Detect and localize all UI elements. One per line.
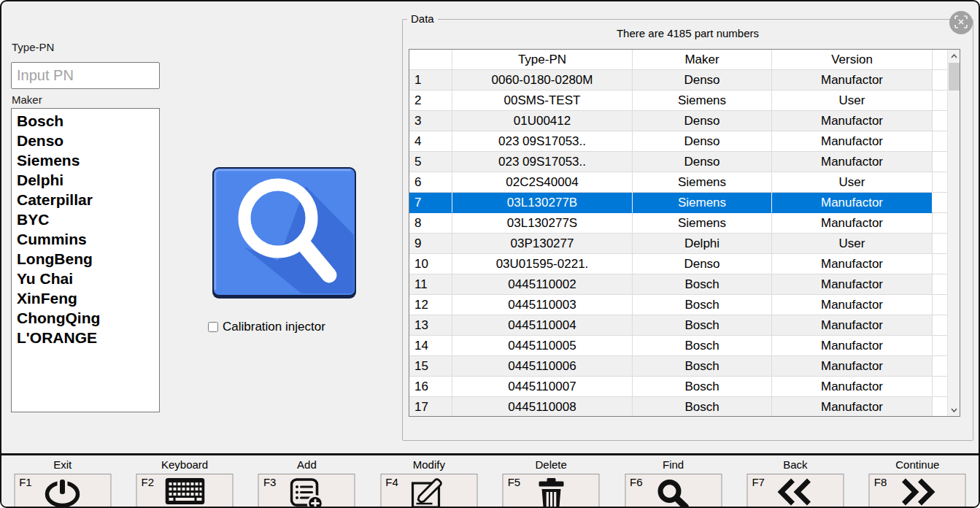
table-row[interactable]: 15 0445110006 Bosch Manufactor (409, 356, 947, 377)
column-header-type-pn[interactable]: Type-PN (452, 50, 633, 70)
cell-maker: Denso (633, 131, 772, 152)
cell-maker: Siemens (633, 213, 772, 234)
maker-list-item[interactable]: Siemens (12, 150, 159, 170)
toolbar-slot-find: Find F6 (612, 455, 734, 507)
scroll-down-icon[interactable] (948, 404, 960, 416)
cell-filler (933, 193, 947, 213)
table-row[interactable]: 13 0445110004 Bosch Manufactor (409, 315, 947, 336)
maker-list-item[interactable]: Denso (12, 131, 159, 150)
cell-type-pn: 03L130277B (452, 193, 633, 213)
column-header-rownum[interactable] (409, 50, 452, 70)
column-header-maker[interactable]: Maker (633, 50, 772, 70)
part-number-table: Type-PN Maker Version 1 0060-0180-0280M … (409, 49, 960, 417)
exit-button[interactable]: F1 (14, 474, 111, 508)
cell-type-pn: 0445110008 (452, 397, 633, 417)
cell-type-pn: 0445110007 (452, 377, 633, 397)
f3-key-label: F3 (263, 476, 277, 488)
table-row[interactable]: 4 023 09S17053.. Denso Manufactor (409, 131, 947, 152)
maker-list-item[interactable]: LongBeng (12, 249, 159, 269)
magnifier-icon (656, 478, 691, 508)
table-row[interactable]: 11 0445110002 Bosch Manufactor (409, 274, 947, 295)
scrollbar-thumb[interactable] (949, 63, 960, 91)
function-key-toolbar: Exit F1 Keyboard F2 (1, 453, 979, 507)
delete-label: Delete (490, 458, 612, 471)
cell-rownum: 7 (409, 193, 452, 213)
cell-rownum: 14 (409, 336, 452, 356)
keyboard-button[interactable]: F2 (136, 474, 234, 508)
data-groupbox: Data There are 4185 part numbers Type-PN… (402, 19, 973, 441)
table-row[interactable]: 2 00SMS-TEST Siemens User (409, 91, 947, 111)
continue-button[interactable]: F8 (869, 474, 966, 508)
fullscreen-capture-button[interactable] (949, 11, 973, 34)
cell-type-pn: 023 09S17053.. (452, 152, 633, 172)
keyboard-icon (165, 478, 204, 504)
maker-list-item[interactable]: Cummins (12, 229, 159, 249)
cell-version: User (772, 234, 933, 254)
table-row[interactable]: 17 0445110008 Bosch Manufactor (409, 397, 947, 417)
double-chevron-left-icon (776, 478, 815, 506)
table-row[interactable]: 6 02C2S40004 Siemens User (409, 172, 947, 193)
cell-rownum: 16 (409, 377, 452, 397)
cell-rownum: 13 (409, 315, 452, 336)
table-row[interactable]: 8 03L130277S Siemens Manufactor (409, 213, 947, 234)
maker-list-item[interactable]: Caterpillar (12, 190, 159, 209)
cell-maker: Siemens (633, 91, 772, 111)
table-row[interactable]: 12 0445110003 Bosch Manufactor (409, 295, 947, 315)
cell-version: User (772, 172, 933, 193)
calibration-label: Calibration injector (223, 320, 325, 334)
maker-list-item[interactable]: L'ORANGE (12, 328, 159, 347)
table-row[interactable]: 3 01U00412 Denso Manufactor (409, 111, 947, 131)
toolbar-slot-delete: Delete F5 (490, 455, 612, 507)
cell-filler (933, 70, 947, 91)
modify-button[interactable]: F4 (380, 474, 477, 508)
table-row[interactable]: 1 0060-0180-0280M Denso Manufactor (409, 70, 947, 91)
table-row[interactable]: 16 0445110007 Bosch Manufactor (409, 377, 947, 397)
back-button[interactable]: F7 (746, 474, 844, 508)
pn-search-input[interactable] (11, 62, 160, 89)
cell-filler (933, 274, 947, 295)
maker-list-item[interactable]: Delphi (12, 170, 159, 190)
search-button[interactable] (212, 167, 356, 299)
f8-key-label: F8 (874, 476, 887, 488)
f5-key-label: F5 (508, 476, 521, 488)
cell-type-pn: 023 09S17053.. (452, 131, 633, 152)
toolbar-slot-exit: Exit F1 (1, 455, 123, 507)
maker-list-item[interactable]: BYC (12, 209, 159, 229)
table-body: 1 0060-0180-0280M Denso Manufactor 2 00S… (409, 70, 947, 417)
magnifier-icon (212, 167, 356, 299)
scroll-up-icon[interactable] (948, 50, 960, 62)
cell-filler (933, 397, 947, 417)
cell-maker: Denso (633, 254, 772, 274)
find-button[interactable]: F6 (625, 474, 722, 508)
cell-type-pn: 0445110006 (452, 356, 633, 377)
cell-rownum: 8 (409, 213, 452, 234)
table-row[interactable]: 14 0445110005 Bosch Manufactor (409, 336, 947, 356)
cell-filler (933, 131, 947, 152)
cell-filler (933, 356, 947, 377)
toolbar-slot-modify: Modify F4 (368, 455, 490, 507)
cell-maker: Denso (633, 152, 772, 172)
calibration-checkbox[interactable] (208, 322, 218, 332)
table-row[interactable]: 10 03U01595-0221. Denso Manufactor (409, 254, 947, 274)
cell-version: Manufactor (772, 377, 933, 397)
delete-button[interactable]: F5 (503, 474, 600, 508)
cell-maker: Bosch (633, 377, 772, 397)
table-row[interactable]: 9 03P130277 Delphi User (409, 234, 947, 254)
cell-filler (933, 234, 947, 254)
add-button[interactable]: F3 (258, 474, 355, 508)
vertical-scrollbar[interactable] (947, 50, 960, 416)
maker-list-item[interactable]: Yu Chai (12, 269, 159, 288)
maker-list-item[interactable]: XinFeng (12, 288, 159, 308)
part-count-text: There are 4185 part numbers (403, 27, 973, 39)
double-chevron-right-icon (898, 478, 937, 506)
maker-list-item[interactable]: ChongQing (12, 308, 159, 328)
table-row[interactable]: 7 03L130277B Siemens Manufactor (409, 193, 947, 213)
cell-filler (933, 254, 947, 274)
column-header-version[interactable]: Version (772, 50, 933, 70)
cell-maker: Bosch (633, 315, 772, 336)
table-row[interactable]: 5 023 09S17053.. Denso Manufactor (409, 152, 947, 172)
cell-type-pn: 0445110003 (452, 295, 633, 315)
cell-version: Manufactor (772, 397, 933, 417)
cell-version: Manufactor (772, 336, 933, 356)
maker-list-item[interactable]: Bosch (12, 111, 159, 131)
